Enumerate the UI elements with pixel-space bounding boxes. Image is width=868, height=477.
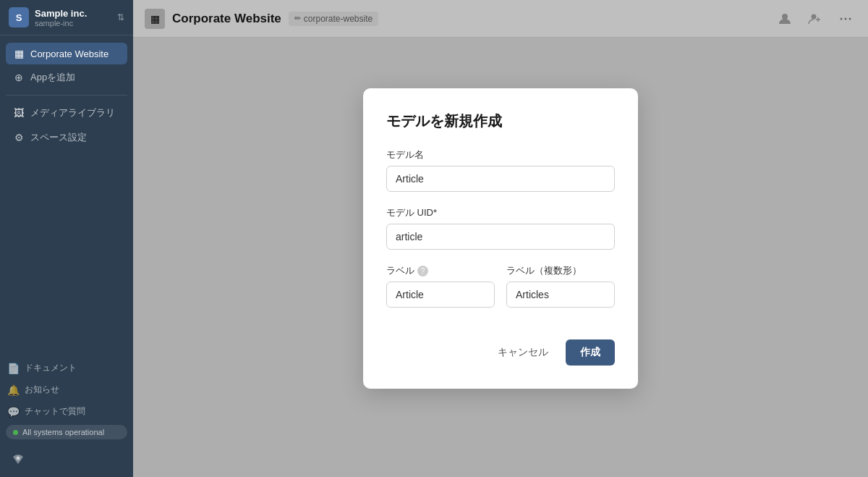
sidebar-logo <box>0 445 133 477</box>
org-name: Sample inc. <box>35 8 111 19</box>
status-dot <box>13 430 18 435</box>
sidebar-item-chat[interactable]: 💬 チャットで質問 <box>0 401 133 422</box>
label-plural-input[interactable] <box>506 282 615 308</box>
sidebar-divider <box>6 95 127 96</box>
modal-overlay[interactable]: モデルを新規作成 モデル名 モデル UID* ラベル ? <box>133 0 868 477</box>
org-avatar: S <box>9 7 29 28</box>
label-singular-label: ラベル ? <box>386 264 495 277</box>
sidebar-bottom-section: 📄 ドキュメント 🔔 お知らせ 💬 チャットで質問 All systems op… <box>0 358 133 477</box>
org-slug: sample-inc <box>35 19 111 28</box>
sidebar: S Sample inc. sample-inc ⇅ ▦ Corporate W… <box>0 0 133 477</box>
image-icon: 🖼 <box>13 107 25 119</box>
help-icon[interactable]: ? <box>417 266 428 277</box>
sidebar-item-chat-label: チャットで質問 <box>25 405 85 418</box>
form-group-model-name: モデル名 <box>386 148 615 192</box>
sidebar-item-settings-label: スペース設定 <box>30 131 87 144</box>
sidebar-item-notifications[interactable]: 🔔 お知らせ <box>0 379 133 400</box>
sidebar-nav: ▦ Corporate Website ⊕ Appを追加 🖼 メディアライブラリ… <box>0 35 133 358</box>
gear-icon: ⚙ <box>13 132 25 143</box>
form-group-label-plural: ラベル（複数形） <box>506 264 615 308</box>
status-text: All systems operational <box>22 428 104 436</box>
sidebar-item-corporate-website-label: Corporate Website <box>30 48 109 59</box>
sidebar-item-media-library[interactable]: 🖼 メディアライブラリ <box>6 101 127 124</box>
label-plural-label: ラベル（複数形） <box>506 264 615 277</box>
modal-title: モデルを新規作成 <box>386 111 615 131</box>
bell-icon: 🔔 <box>7 384 19 396</box>
chat-icon: 💬 <box>7 406 19 418</box>
model-uid-input[interactable] <box>386 224 615 250</box>
svg-point-0 <box>17 457 20 460</box>
plus-circle-icon: ⊕ <box>13 72 25 83</box>
sidebar-item-notifications-label: お知らせ <box>25 384 59 396</box>
create-model-modal: モデルを新規作成 モデル名 モデル UID* ラベル ? <box>363 88 638 389</box>
sidebar-item-space-settings[interactable]: ⚙ スペース設定 <box>6 126 127 149</box>
label-singular-input[interactable] <box>386 282 495 308</box>
sidebar-item-media-label: メディアライブラリ <box>30 106 115 119</box>
sidebar-item-add-app-label: Appを追加 <box>30 71 75 84</box>
model-name-label: モデル名 <box>386 148 615 161</box>
document-icon: 📄 <box>7 363 19 374</box>
main-content: ▦ Corporate Website ✏ corporate-website <box>133 0 868 477</box>
sidebar-item-documents[interactable]: 📄 ドキュメント <box>0 358 133 379</box>
form-group-model-uid: モデル UID* <box>386 206 615 250</box>
sidebar-item-add-app[interactable]: ⊕ Appを追加 <box>6 66 127 89</box>
sidebar-org-header[interactable]: S Sample inc. sample-inc ⇅ <box>0 0 133 35</box>
form-group-label-singular: ラベル ? <box>386 264 495 308</box>
submit-button[interactable]: 作成 <box>566 339 615 366</box>
org-info: Sample inc. sample-inc <box>35 8 111 28</box>
sidebar-item-corporate-website[interactable]: ▦ Corporate Website <box>6 43 127 64</box>
form-row-labels: ラベル ? ラベル（複数形） <box>386 264 615 322</box>
sidebar-item-documents-label: ドキュメント <box>25 362 77 374</box>
status-badge: All systems operational <box>6 425 127 439</box>
model-uid-label: モデル UID* <box>386 206 615 219</box>
grid-icon: ▦ <box>13 48 25 59</box>
model-name-input[interactable] <box>386 166 615 192</box>
chevron-icon: ⇅ <box>117 12 124 22</box>
modal-footer: キャンセル 作成 <box>386 339 615 366</box>
cancel-button[interactable]: キャンセル <box>489 340 557 365</box>
